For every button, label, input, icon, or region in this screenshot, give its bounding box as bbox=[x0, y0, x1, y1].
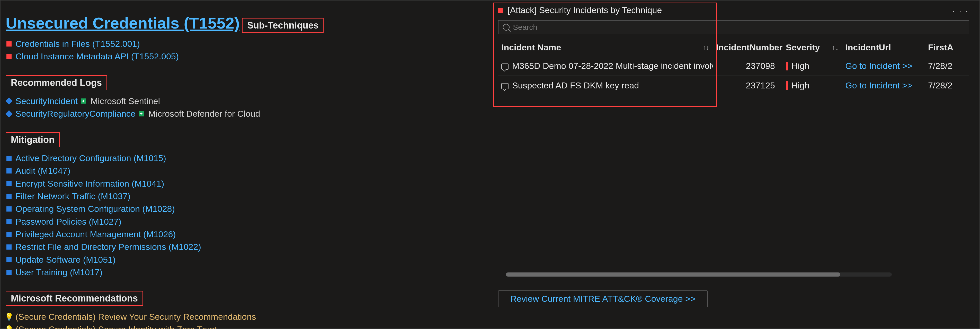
recommended-logs-list: SecurityIncident ✦ Microsoft Sentinel Se… bbox=[6, 95, 489, 120]
sort-icon: ↑↓ bbox=[703, 43, 710, 51]
section-heading-sub-techniques: Sub-Techniques bbox=[242, 18, 324, 33]
search-icon bbox=[503, 24, 509, 30]
table-header-row: Incident Name↑↓ IncidentNumber↑↓ Severit… bbox=[498, 39, 969, 56]
col-header-incident-number[interactable]: IncidentNumber↑↓ bbox=[713, 39, 783, 56]
list-item[interactable]: Cloud Instance Metadata API (T1552.005) bbox=[6, 50, 489, 63]
link-text: Operating System Configuration (M1028) bbox=[16, 203, 175, 215]
product-badge-icon: ✦ bbox=[138, 111, 144, 116]
blue-square-icon bbox=[6, 245, 12, 250]
incident-card-title: [Attack] Security Incidents by Technique bbox=[508, 5, 662, 15]
link-text: Audit (M1047) bbox=[16, 164, 70, 177]
blue-square-icon bbox=[6, 257, 12, 262]
blue-square-icon bbox=[6, 219, 12, 224]
chat-icon bbox=[501, 64, 509, 70]
list-item[interactable]: Restrict File and Directory Permissions … bbox=[6, 241, 489, 253]
scrollbar-thumb[interactable] bbox=[506, 272, 840, 277]
col-header-incident-url[interactable]: IncidentUrl bbox=[842, 39, 925, 56]
list-item[interactable]: SecurityIncident ✦ Microsoft Sentinel bbox=[6, 95, 489, 107]
severity-bar-icon bbox=[786, 62, 788, 70]
red-square-icon bbox=[6, 54, 12, 59]
lightbulb-icon: 💡 bbox=[6, 324, 12, 329]
link-text: Filter Network Traffic (M1037) bbox=[16, 190, 130, 203]
sort-icon: ↑↓ bbox=[832, 43, 838, 51]
link-text: SecurityIncident bbox=[16, 95, 78, 107]
link-text: Privileged Account Management (M1026) bbox=[16, 228, 176, 241]
link-text: User Training (M1017) bbox=[16, 266, 102, 279]
blue-square-icon bbox=[6, 270, 12, 275]
list-item[interactable]: User Training (M1017) bbox=[6, 266, 489, 279]
cell-first-activity: 7/28/2 bbox=[925, 56, 969, 76]
heading-text: Microsoft Recommendations bbox=[11, 293, 138, 304]
list-item[interactable]: Privileged Account Management (M1026) bbox=[6, 228, 489, 241]
red-square-icon bbox=[6, 41, 12, 46]
link-text: Restrict File and Directory Permissions … bbox=[16, 241, 201, 253]
review-coverage-button[interactable]: Review Current MITRE ATT&CK® Coverage >> bbox=[498, 291, 708, 307]
chat-icon bbox=[501, 83, 509, 89]
table-row[interactable]: M365D Demo 07-28-2022 Multi-stage incide… bbox=[498, 56, 969, 76]
list-item[interactable]: Filter Network Traffic (M1037) bbox=[6, 190, 489, 203]
more-menu-button[interactable]: · · · bbox=[953, 6, 969, 16]
search-input[interactable] bbox=[498, 20, 969, 34]
list-item[interactable]: Password Policies (M1027) bbox=[6, 215, 489, 228]
list-item[interactable]: Audit (M1047) bbox=[6, 164, 489, 177]
link-text: Active Directory Configuration (M1015) bbox=[16, 152, 166, 164]
diamond-icon bbox=[6, 111, 12, 116]
link-text: Password Policies (M1027) bbox=[16, 215, 121, 228]
cell-incident-number: 237125 bbox=[713, 76, 783, 95]
section-heading-ms-recommendations: Microsoft Recommendations bbox=[6, 291, 143, 306]
heading-text: Sub-Techniques bbox=[247, 20, 318, 30]
product-badge-icon: ✦ bbox=[81, 99, 86, 103]
mitigation-list: Active Directory Configuration (M1015) A… bbox=[6, 152, 489, 279]
list-item[interactable]: 💡(Secure Credentials) Secure Identity wi… bbox=[6, 323, 489, 329]
list-item[interactable]: Credentials in Files (T1552.001) bbox=[6, 38, 489, 50]
link-text: Encrypt Sensitive Information (M1041) bbox=[16, 177, 164, 190]
severity-bar-icon bbox=[786, 81, 788, 90]
product-label: Microsoft Defender for Cloud bbox=[148, 107, 260, 120]
col-header-first-activity[interactable]: FirstA bbox=[925, 39, 969, 56]
recommendation-text: (Secure Credentials) Review Your Securit… bbox=[16, 310, 256, 323]
col-header-incident-name[interactable]: Incident Name↑↓ bbox=[498, 39, 713, 56]
incident-card-header: [Attack] Security Incidents by Technique bbox=[493, 3, 974, 18]
list-item[interactable]: Update Software (M1051) bbox=[6, 253, 489, 266]
blue-square-icon bbox=[6, 156, 12, 161]
go-to-incident-link[interactable]: Go to Incident >> bbox=[845, 61, 912, 71]
link-text: Cloud Instance Metadata API (T1552.005) bbox=[16, 50, 179, 63]
ms-recommendations-list: 💡(Secure Credentials) Review Your Securi… bbox=[6, 310, 489, 329]
heading-text: Mitigation bbox=[11, 134, 54, 145]
diamond-icon bbox=[6, 99, 12, 103]
list-item[interactable]: SecurityRegulatoryCompliance ✦ Microsoft… bbox=[6, 107, 489, 120]
list-item[interactable]: Active Directory Configuration (M1015) bbox=[6, 152, 489, 164]
cell-incident-number: 237098 bbox=[713, 56, 783, 76]
link-text: Credentials in Files (T1552.001) bbox=[16, 38, 140, 50]
incidents-table: Incident Name↑↓ IncidentNumber↑↓ Severit… bbox=[498, 39, 969, 95]
cell-incident-name: Suspected AD FS DKM key read bbox=[498, 76, 713, 95]
lightbulb-icon: 💡 bbox=[6, 312, 12, 322]
horizontal-scrollbar[interactable] bbox=[506, 272, 892, 277]
cell-incident-name: M365D Demo 07-28-2022 Multi-stage incide… bbox=[498, 56, 713, 76]
link-text: SecurityRegulatoryCompliance bbox=[16, 107, 135, 120]
red-square-icon bbox=[498, 8, 503, 13]
product-label: Microsoft Sentinel bbox=[91, 95, 160, 107]
section-heading-recommended-logs: Recommended Logs bbox=[6, 75, 107, 90]
sort-icon: ↑↓ bbox=[772, 43, 779, 51]
technique-title-link[interactable]: Unsecured Credentials (T1552) bbox=[6, 14, 240, 32]
cell-incident-url[interactable]: Go to Incident >> bbox=[842, 56, 925, 76]
sub-techniques-list: Credentials in Files (T1552.001) Cloud I… bbox=[6, 38, 489, 63]
cell-incident-url[interactable]: Go to Incident >> bbox=[842, 76, 925, 95]
list-item[interactable]: Encrypt Sensitive Information (M1041) bbox=[6, 177, 489, 190]
list-item[interactable]: 💡(Secure Credentials) Review Your Securi… bbox=[6, 310, 489, 323]
col-header-severity[interactable]: Severity↑↓ bbox=[783, 39, 842, 56]
table-row[interactable]: Suspected AD FS DKM key read 237125 High… bbox=[498, 76, 969, 95]
recommendation-text: (Secure Credentials) Secure Identity wit… bbox=[16, 323, 216, 329]
go-to-incident-link[interactable]: Go to Incident >> bbox=[845, 81, 912, 90]
heading-text: Recommended Logs bbox=[11, 77, 102, 88]
list-item[interactable]: Operating System Configuration (M1028) bbox=[6, 203, 489, 215]
blue-square-icon bbox=[6, 232, 12, 237]
blue-square-icon bbox=[6, 181, 12, 186]
blue-square-icon bbox=[6, 207, 12, 211]
link-text: Update Software (M1051) bbox=[16, 253, 116, 266]
blue-square-icon bbox=[6, 168, 12, 173]
cell-severity: High bbox=[783, 76, 842, 95]
search-wrapper bbox=[498, 20, 969, 34]
cell-severity: High bbox=[783, 56, 842, 76]
